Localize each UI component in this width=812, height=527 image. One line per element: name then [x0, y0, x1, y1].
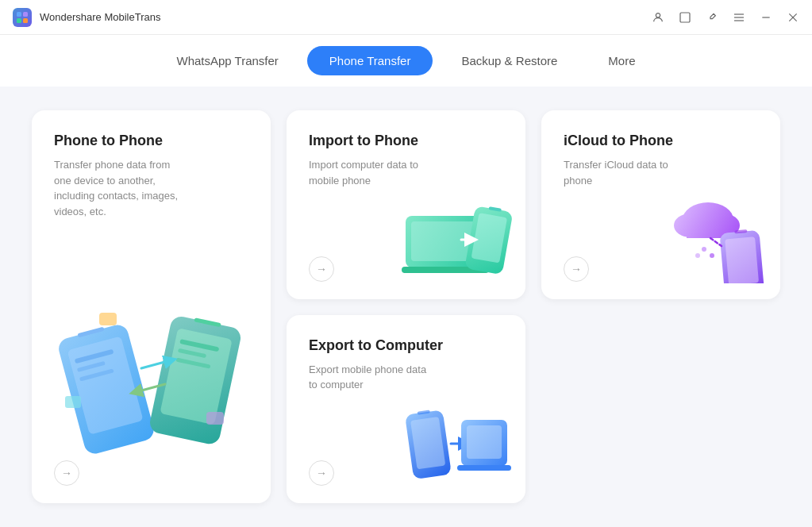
svg-rect-5: [680, 13, 690, 22]
import-to-phone-desc: Import computer data to mobile phone: [309, 157, 436, 188]
title-bar: Wondershare MobileTrans: [0, 0, 812, 35]
account-icon[interactable]: [652, 11, 664, 24]
phone-to-phone-title: Phone to Phone: [54, 133, 248, 149]
svg-rect-25: [206, 412, 224, 425]
svg-point-39: [695, 253, 700, 258]
svg-rect-47: [467, 425, 502, 459]
main-content: Phone to Phone Transfer phone data from …: [0, 87, 812, 527]
minimize-button[interactable]: [760, 11, 772, 24]
menu-icon[interactable]: [733, 11, 745, 24]
import-to-phone-card[interactable]: Import to Phone Import computer data to …: [287, 110, 525, 299]
export-to-computer-title: Export to Computer: [309, 337, 503, 354]
app-icon: [13, 8, 32, 27]
import-to-phone-illustration: [402, 192, 513, 287]
svg-rect-1: [23, 12, 28, 17]
nav-bar: WhatsApp Transfer Phone Transfer Backup …: [0, 35, 812, 87]
icloud-to-phone-illustration: [664, 192, 768, 287]
edit-icon[interactable]: [706, 11, 718, 24]
window-controls: [652, 11, 799, 24]
export-to-computer-illustration: [402, 404, 513, 490]
svg-point-38: [710, 253, 714, 258]
import-to-phone-arrow[interactable]: →: [309, 256, 334, 282]
svg-point-4: [656, 13, 660, 17]
svg-rect-26: [65, 396, 81, 408]
export-to-computer-desc: Export mobile phone data to computer: [309, 362, 436, 393]
icloud-to-phone-card[interactable]: iCloud to Phone Transfer iCloud data to …: [541, 110, 780, 299]
phone-to-phone-arrow[interactable]: →: [54, 460, 79, 486]
export-to-computer-arrow[interactable]: →: [309, 460, 334, 486]
icloud-to-phone-desc: Transfer iCloud data to phone: [564, 157, 691, 188]
nav-phone-transfer[interactable]: Phone Transfer: [307, 46, 433, 75]
nav-backup-restore[interactable]: Backup & Restore: [439, 46, 579, 75]
app-title: Wondershare MobileTrans: [40, 11, 160, 23]
svg-rect-24: [99, 313, 117, 325]
export-to-computer-card[interactable]: Export to Computer Export mobile phone d…: [287, 315, 525, 504]
icloud-to-phone-title: iCloud to Phone: [564, 133, 758, 149]
svg-rect-48: [457, 465, 511, 471]
window-icon[interactable]: [679, 11, 691, 24]
title-bar-left: Wondershare MobileTrans: [13, 8, 160, 27]
phone-to-phone-illustration: [48, 281, 254, 456]
phone-to-phone-card[interactable]: Phone to Phone Transfer phone data from …: [32, 110, 271, 503]
import-to-phone-title: Import to Phone: [309, 133, 503, 149]
svg-rect-41: [725, 237, 759, 283]
nav-more[interactable]: More: [586, 46, 657, 75]
phone-to-phone-desc: Transfer phone data from one device to a…: [54, 157, 181, 219]
close-button[interactable]: [787, 11, 799, 24]
svg-rect-0: [17, 12, 21, 17]
icloud-to-phone-arrow[interactable]: →: [564, 256, 589, 282]
svg-point-37: [702, 247, 706, 252]
svg-rect-2: [17, 18, 21, 23]
svg-rect-3: [23, 18, 28, 23]
nav-whatsapp-transfer[interactable]: WhatsApp Transfer: [154, 46, 300, 75]
